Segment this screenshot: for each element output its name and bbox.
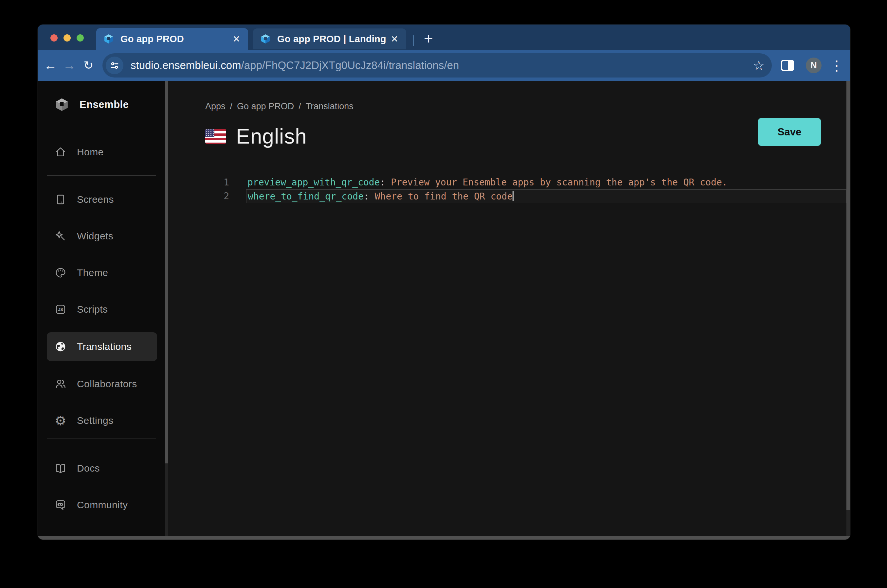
- breadcrumb-translations[interactable]: Translations: [306, 101, 353, 111]
- minimize-window-button[interactable]: [63, 34, 71, 42]
- breadcrumb-separator: /: [230, 101, 233, 111]
- code-line-active[interactable]: where_to_find_qr_code: Where to find the…: [246, 189, 846, 203]
- settings-gear-icon: ⚙: [55, 415, 66, 426]
- browser-window: Go app PROD ✕ Go app PROD | Landing ✕ +: [38, 24, 850, 540]
- tab-strip-divider: [413, 35, 414, 46]
- ensemble-favicon-icon: [104, 34, 114, 44]
- window-controls: [50, 34, 84, 42]
- browser-menu-button[interactable]: ⋮: [830, 56, 843, 75]
- site-settings-icon[interactable]: [106, 57, 123, 74]
- sidebar-item-translations[interactable]: Translations: [47, 332, 157, 361]
- bookmark-star-icon[interactable]: ☆: [753, 58, 765, 73]
- sidebar-item-settings[interactable]: ⚙ Settings: [55, 410, 165, 431]
- close-tab-icon[interactable]: ✕: [389, 33, 400, 45]
- brand-label: Ensemble: [80, 99, 129, 111]
- profile-avatar[interactable]: N: [806, 57, 822, 73]
- sidebar-item-docs[interactable]: Docs: [55, 458, 165, 479]
- editor-line-2[interactable]: 2 where_to_find_qr_code: Where to find t…: [168, 189, 846, 203]
- tab-bar: Go app PROD ✕ Go app PROD | Landing ✕ +: [38, 24, 850, 50]
- scripts-js-icon: JS: [55, 303, 66, 315]
- side-panel-button[interactable]: [778, 56, 797, 75]
- yaml-value: Where to find the QR code: [375, 191, 513, 202]
- sidebar-item-collaborators[interactable]: Collaborators: [55, 374, 165, 394]
- sidebar-scrollbar-thumb[interactable]: [165, 81, 168, 464]
- page-title: English: [236, 124, 307, 148]
- yaml-key: preview_app_with_qr_code: [247, 177, 380, 188]
- breadcrumb: Apps / Go app PROD / Translations: [205, 101, 353, 111]
- side-panel-icon: [781, 60, 794, 71]
- sidebar-item-theme[interactable]: Theme: [55, 262, 165, 283]
- forward-button[interactable]: →: [60, 55, 79, 76]
- url-path: /app/FhQC7J2DjXTg0UcJz84i/translations/e…: [241, 59, 459, 71]
- editor-line-1[interactable]: 1 preview_app_with_qr_code: Preview your…: [168, 176, 846, 189]
- new-tab-button[interactable]: +: [418, 28, 439, 49]
- translations-globe-icon: [55, 341, 66, 352]
- code-line[interactable]: preview_app_with_qr_code: Preview your E…: [247, 176, 728, 189]
- translations-page: Apps / Go app PROD / Translations Englis…: [168, 81, 846, 536]
- breadcrumb-separator: /: [299, 101, 301, 111]
- tab-go-app-prod[interactable]: Go app PROD ✕: [96, 28, 248, 50]
- ensemble-logo-icon: [55, 98, 69, 112]
- sidebar-divider: [47, 438, 156, 439]
- docs-book-icon: [55, 462, 66, 474]
- sidebar-item-scripts[interactable]: JS Scripts: [55, 299, 165, 320]
- svg-text:JS: JS: [58, 308, 63, 312]
- yaml-separator: :: [380, 177, 391, 188]
- back-button[interactable]: ←: [41, 55, 60, 76]
- close-tab-icon[interactable]: ✕: [231, 33, 242, 45]
- tab-title: Go app PROD | Landing: [277, 34, 389, 45]
- sidebar-item-screens[interactable]: Screens: [55, 189, 165, 210]
- language-header: English: [205, 124, 307, 148]
- breadcrumb-app[interactable]: Go app PROD: [237, 101, 294, 111]
- sidebar-item-home[interactable]: Home: [55, 142, 165, 162]
- sidebar-divider: [47, 175, 156, 176]
- tab-title: Go app PROD: [120, 34, 231, 45]
- text-cursor: [513, 191, 514, 201]
- page-scrollbar-thumb[interactable]: [846, 81, 850, 510]
- url-host: studio.ensembleui.com: [131, 59, 241, 71]
- reload-button[interactable]: ↻: [79, 55, 98, 76]
- window-bottom-edge: [38, 536, 850, 540]
- us-flag-icon: [205, 129, 226, 144]
- community-discord-icon: [55, 499, 66, 511]
- url-text: studio.ensembleui.com/app/FhQC7J2DjXTg0U…: [131, 59, 747, 72]
- us-flag-canton: [205, 129, 214, 137]
- screenshot-background: Go app PROD ✕ Go app PROD | Landing ✕ +: [0, 0, 887, 588]
- zoom-window-button[interactable]: [77, 34, 84, 42]
- save-button[interactable]: Save: [758, 118, 821, 146]
- line-number: 2: [168, 189, 229, 203]
- page-content: Ensemble Home: [38, 81, 850, 536]
- close-window-button[interactable]: [50, 34, 58, 42]
- page-scrollbar[interactable]: [846, 81, 850, 536]
- yaml-value: Preview your Ensemble apps by scanning t…: [391, 177, 727, 188]
- ensemble-favicon-icon: [260, 34, 271, 44]
- browser-toolbar: ← → ↻ studio.ensembleui.com/app/FhQC7J2D…: [38, 50, 850, 81]
- sidebar-item-widgets[interactable]: Widgets: [55, 226, 165, 247]
- yaml-key: where_to_find_qr_code: [248, 191, 364, 202]
- collaborators-icon: [55, 378, 66, 390]
- sidebar: Ensemble Home: [38, 81, 165, 536]
- sidebar-scrollbar[interactable]: [165, 81, 168, 536]
- widgets-wand-icon: [55, 230, 66, 242]
- screens-icon: [55, 194, 66, 206]
- address-bar[interactable]: studio.ensembleui.com/app/FhQC7J2DjXTg0U…: [102, 53, 772, 78]
- line-number: 1: [168, 176, 229, 189]
- tab-go-app-prod-landing[interactable]: Go app PROD | Landing ✕: [253, 28, 406, 50]
- ensemble-brand[interactable]: Ensemble: [55, 94, 165, 115]
- breadcrumb-apps[interactable]: Apps: [205, 101, 226, 111]
- home-icon: [55, 146, 66, 158]
- yaml-editor[interactable]: 1 preview_app_with_qr_code: Preview your…: [168, 176, 846, 203]
- yaml-separator: :: [364, 191, 375, 202]
- sidebar-item-community[interactable]: Community: [55, 495, 165, 515]
- theme-palette-icon: [55, 267, 66, 279]
